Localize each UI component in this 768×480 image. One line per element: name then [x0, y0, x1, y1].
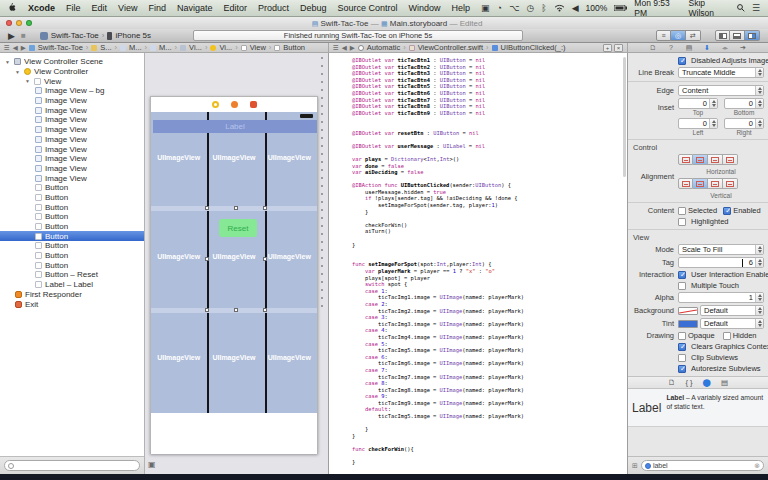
align-fill-button[interactable]: [723, 178, 738, 189]
menu-editor[interactable]: Editor: [223, 3, 247, 13]
code-scrollbar[interactable]: [623, 57, 626, 177]
outline-filter-field[interactable]: [4, 460, 140, 471]
media-library-icon[interactable]: ▤: [721, 378, 728, 387]
outline-row[interactable]: ▼View Controller: [0, 67, 144, 77]
outline-row[interactable]: Image View: [0, 135, 144, 145]
assistant-editor-button[interactable]: ◎: [671, 30, 686, 41]
disabled-adjusts-image-checkbox[interactable]: [678, 57, 686, 65]
selection-handle[interactable]: [205, 257, 209, 261]
stepper-icon[interactable]: [755, 119, 763, 128]
mode-dropdown[interactable]: Scale To Fill: [678, 244, 764, 255]
user-interaction-checkbox[interactable]: [678, 271, 686, 279]
autoresize-subviews-checkbox[interactable]: [678, 365, 686, 373]
opaque-checkbox[interactable]: [678, 332, 686, 340]
uiimageview-cell[interactable]: UIImageView: [151, 253, 206, 260]
outline-row[interactable]: Image View: [0, 125, 144, 135]
outline-row[interactable]: Image View: [0, 173, 144, 183]
outline-row[interactable]: Exit: [0, 299, 144, 309]
disclosure-triangle-icon[interactable]: ▼: [5, 59, 11, 65]
clears-graphics-context-checkbox[interactable]: [678, 343, 686, 351]
user-message-label[interactable]: Label: [153, 120, 317, 133]
edge-dropdown[interactable]: Content: [678, 85, 764, 96]
root-view[interactable]: Label UIImageView UIImageView UIImageVie…: [151, 112, 317, 413]
menu-help[interactable]: Help: [452, 3, 471, 13]
assistant-code-editor[interactable]: @IBOutlet var ticTacBtn1 : UIButton = ni…: [329, 53, 628, 474]
quick-help-inspector-icon[interactable]: ?: [666, 43, 676, 52]
background-dropdown[interactable]: Default: [700, 305, 764, 316]
disclosure-triangle-icon[interactable]: ▼: [15, 69, 21, 75]
align-bottom-button[interactable]: [708, 178, 723, 189]
exit-dock-icon[interactable]: [250, 101, 257, 108]
back-button[interactable]: ◀: [13, 44, 18, 52]
selected-checkbox[interactable]: [678, 207, 686, 215]
outline-row[interactable]: Button: [0, 251, 144, 261]
sync-icon[interactable]: ◔: [497, 3, 502, 13]
inset-bottom-field[interactable]: 0: [724, 98, 764, 109]
uiimageview-cell[interactable]: UIImageView: [206, 253, 261, 260]
volume-icon[interactable]: ◀: [572, 3, 579, 13]
menu-window[interactable]: Window: [409, 3, 441, 13]
branch-icon[interactable]: ⌥: [509, 3, 519, 13]
alpha-field[interactable]: 1: [678, 292, 764, 303]
menu-view[interactable]: View: [118, 3, 137, 13]
back-button[interactable]: ◀: [342, 44, 347, 52]
outline-row[interactable]: Button: [0, 212, 144, 222]
outline-toggle-icon[interactable]: ▣: [148, 460, 156, 469]
add-assistant-editor-button[interactable]: +: [603, 44, 612, 52]
selection-handle[interactable]: [263, 206, 267, 210]
assistant-jump-bar[interactable]: ☰ ◀ ▶ Automatic› ViewController.swift› U…: [329, 43, 628, 52]
close-window-button[interactable]: [6, 20, 12, 26]
grid-view-icon[interactable]: ⊞: [632, 462, 638, 470]
inset-top-field[interactable]: 0: [678, 98, 718, 109]
minimize-window-button[interactable]: [16, 20, 22, 26]
view-controller-dock-icon[interactable]: [212, 101, 219, 108]
stop-button[interactable]: ■: [21, 31, 26, 40]
menu-xcode[interactable]: Xcode: [28, 3, 55, 13]
toggle-debug-area-button[interactable]: [730, 30, 745, 41]
outline-row[interactable]: ▼View Controller Scene: [0, 57, 144, 67]
tint-color-swatch[interactable]: [678, 320, 698, 328]
uiimageview-cell[interactable]: UIImageView: [262, 354, 317, 361]
line-break-dropdown[interactable]: Truncate Middle: [678, 67, 764, 78]
version-editor-button[interactable]: ⇄: [686, 30, 701, 41]
uiimageview-cell[interactable]: UIImageView: [151, 154, 206, 161]
stepper-icon[interactable]: [709, 99, 717, 108]
outline-row[interactable]: ▼View: [0, 76, 144, 86]
uiimageview-cell[interactable]: UIImageView: [262, 253, 317, 260]
outline-row[interactable]: Image View: [0, 115, 144, 125]
outline-row[interactable]: Button – Reset: [0, 270, 144, 280]
view-controller-canvas[interactable]: Label UIImageView UIImageView UIImageVie…: [150, 96, 318, 454]
standard-editor-button[interactable]: ≡: [656, 30, 671, 41]
stepper-icon[interactable]: [709, 119, 717, 128]
library-filter-field[interactable]: label ⊗: [641, 460, 764, 471]
clear-filter-icon[interactable]: ⊗: [754, 462, 760, 470]
identity-inspector-icon[interactable]: ▤: [684, 43, 694, 52]
menubar-clock[interactable]: Mon 9:53 PM: [634, 0, 681, 18]
outline-row[interactable]: Button: [0, 231, 144, 241]
forward-button[interactable]: ▶: [21, 44, 26, 52]
menu-navigate[interactable]: Navigate: [177, 3, 213, 13]
toggle-utilities-button[interactable]: [745, 30, 760, 41]
outline-row[interactable]: Image View: [0, 144, 144, 154]
stepper-icon[interactable]: [755, 258, 763, 267]
menu-source-control[interactable]: Source Control: [338, 3, 398, 13]
scheme-selector[interactable]: Swift-Tac-Toe › iPhone 5s: [40, 31, 151, 40]
align-fill-button[interactable]: [723, 154, 738, 165]
selection-handle[interactable]: [263, 308, 267, 312]
toggle-navigator-button[interactable]: [715, 30, 730, 41]
object-library-icon[interactable]: ⬤: [703, 378, 711, 387]
close-assistant-editor-button[interactable]: ×: [614, 44, 623, 52]
first-responder-dock-icon[interactable]: [231, 101, 238, 108]
outline-row[interactable]: Image View – bg: [0, 86, 144, 96]
outline-row[interactable]: Button: [0, 183, 144, 193]
outline-row[interactable]: Image View: [0, 105, 144, 115]
background-color-swatch[interactable]: [678, 307, 698, 315]
outline-row[interactable]: Image View: [0, 96, 144, 106]
align-left-button[interactable]: [678, 154, 693, 165]
bluetooth-icon[interactable]: ᛒ: [541, 3, 546, 13]
stepper-icon[interactable]: [755, 99, 763, 108]
object-library-item[interactable]: Label Label – A variably sized amount of…: [628, 389, 768, 427]
display-icon[interactable]: ▣: [481, 3, 490, 13]
hidden-checkbox[interactable]: [723, 332, 731, 340]
align-center-button[interactable]: [693, 154, 708, 165]
